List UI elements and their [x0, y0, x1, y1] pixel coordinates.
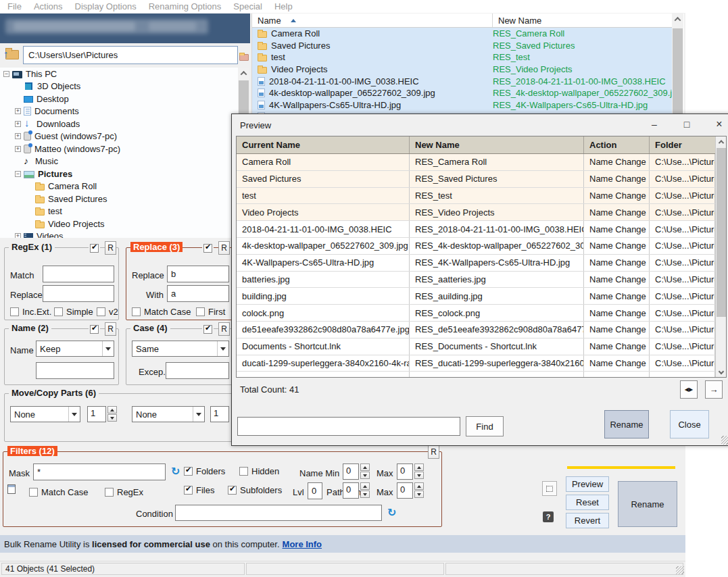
simple-checkbox[interactable]: Simple — [54, 307, 93, 317]
path-input[interactable]: C:\Users\User\Pictures — [23, 46, 238, 64]
with-input[interactable]: a — [167, 285, 229, 302]
export-button[interactable]: → — [705, 380, 723, 399]
menu-renaming-options[interactable]: Renaming Options — [143, 1, 228, 11]
tree-item-desktop[interactable]: Desktop — [0, 93, 238, 105]
name-reset-button[interactable]: R — [105, 322, 116, 336]
refresh-icon[interactable]: ↻ — [171, 465, 180, 478]
tree-item-this-pc[interactable]: −This PC — [0, 68, 238, 80]
chevron-down-icon[interactable] — [193, 407, 204, 422]
preview-row[interactable]: Documents - Shortcut.lnkRES_Documents - … — [237, 338, 726, 355]
preview-row[interactable]: 4k-desktop-wallpaper_065227602_309.jpgRE… — [237, 238, 726, 255]
spin-up-icon[interactable] — [107, 406, 117, 413]
preview-row[interactable]: de51eeafe3932862c908d80a78a6477e.jpgRES_… — [237, 322, 726, 338]
column-header-current-name[interactable]: Current Name — [237, 136, 410, 153]
browse-folder-icon[interactable] — [239, 54, 249, 61]
spin-up-icon[interactable] — [414, 463, 424, 471]
resize-grip[interactable] — [676, 566, 684, 574]
scroll-up-icon[interactable] — [672, 14, 683, 25]
case-reset-button[interactable]: R — [218, 322, 230, 336]
spin-down-icon[interactable] — [414, 491, 424, 498]
checkbox-box[interactable] — [196, 307, 205, 316]
tree-item-saved-pictures[interactable]: Saved Pictures — [0, 193, 238, 205]
menu-actions[interactable]: Actions — [28, 1, 69, 11]
v2-checkbox[interactable]: v2 — [97, 307, 118, 317]
column-header-folder[interactable]: Folder — [650, 136, 715, 153]
spin-down-icon[interactable] — [360, 472, 370, 479]
column-fit-button[interactable]: ◀▶ — [680, 380, 698, 399]
regex-replace-input[interactable] — [43, 285, 114, 302]
move-copy-count-1[interactable]: 1 — [87, 406, 117, 422]
tree-expander-icon[interactable]: − — [3, 71, 9, 77]
mask-presets-icon[interactable] — [7, 484, 16, 494]
preview-row[interactable]: batteries.jpgRES_aatteries.jpgName Chang… — [237, 272, 726, 288]
path-max-spinner[interactable]: 0 — [397, 482, 424, 499]
minimize-icon[interactable]: – — [644, 116, 664, 133]
preview-row[interactable]: 4K-Wallpapers-Cs65-Ultra-HD.jpgRES_4K-Wa… — [237, 255, 726, 272]
replace-reset-button[interactable]: R — [218, 241, 230, 255]
menu-file[interactable]: File — [1, 1, 28, 11]
checkbox-box[interactable] — [184, 467, 193, 476]
preview-row[interactable]: fractals-3840x2160-4k-2016.jpgRES_fracta… — [237, 372, 726, 378]
checkbox-box[interactable] — [228, 486, 237, 495]
file-list-scroll-thumb[interactable] — [673, 28, 683, 114]
file-row[interactable]: Video ProjectsRES_Video Projects — [252, 64, 673, 76]
reset-button[interactable]: Reset — [566, 495, 609, 510]
replace-enabled-checkbox[interactable] — [203, 244, 212, 253]
tree-expander-icon[interactable]: + — [15, 108, 21, 114]
menu-help[interactable]: Help — [268, 1, 299, 11]
tree-expander-icon[interactable]: + — [15, 146, 21, 152]
preview-row[interactable]: building.jpgRES_auilding.jpgName ChangeC… — [237, 288, 726, 305]
preview-row[interactable]: colock.pngRES_colock.pngName ChangeC:\Us… — [237, 305, 726, 322]
tree-item-downloads[interactable]: +Downloads — [0, 118, 238, 130]
file-row[interactable]: Saved PicturesRES_Saved Pictures — [252, 40, 673, 52]
menu-display-options[interactable]: Display Options — [69, 1, 143, 11]
preview-row[interactable]: Video ProjectsRES_Video ProjectsName Cha… — [237, 204, 726, 221]
files-checkbox[interactable]: Files — [184, 485, 214, 495]
file-list-scrollbar[interactable] — [672, 14, 683, 114]
tree-item-3d-objects[interactable]: 3D Objects — [0, 80, 238, 93]
column-header-action[interactable]: Action — [584, 136, 650, 153]
hidden-checkbox[interactable]: Hidden — [239, 466, 279, 476]
preview-row[interactable]: ducati-1299-superleggera-3840x2160-4k-ra… — [237, 355, 726, 372]
tree-item-documents[interactable]: +Documents — [0, 105, 238, 118]
inc-ext-checkbox[interactable]: Inc.Ext. — [10, 307, 51, 317]
scroll-down-icon[interactable] — [716, 366, 727, 377]
checkbox-box[interactable] — [105, 488, 114, 497]
file-row[interactable]: Camera RollRES_Camera Roll — [252, 28, 673, 40]
file-row[interactable]: 2018-04-21-11-01-00-IMG_0038.HEICRES_201… — [252, 75, 673, 87]
maximize-icon[interactable]: □ — [677, 116, 697, 133]
checkbox-box[interactable] — [54, 307, 63, 316]
checkbox-box[interactable] — [132, 307, 141, 316]
move-copy-dropdown-1[interactable]: None — [10, 406, 80, 422]
spin-down-icon[interactable] — [414, 472, 424, 479]
subfolders-checkbox[interactable]: Subfolders — [228, 485, 282, 495]
filters-regex-checkbox[interactable]: RegEx — [105, 487, 143, 497]
up-folder-icon[interactable] — [5, 50, 19, 59]
first-checkbox[interactable]: First — [196, 307, 225, 317]
move-copy-count-2[interactable]: 1 — [210, 406, 229, 422]
checkbox-box[interactable] — [10, 307, 19, 316]
preview-button[interactable]: Preview — [566, 476, 609, 492]
tree-item-test[interactable]: test — [0, 205, 238, 218]
tree-item-guest-windows7-pc[interactable]: +Guest (windows7-pc) — [0, 130, 238, 143]
path-min-spinner[interactable]: 0 — [343, 482, 370, 499]
mask-input[interactable]: * — [33, 463, 166, 480]
revert-button[interactable]: Revert — [566, 513, 609, 528]
find-input[interactable] — [237, 417, 460, 436]
spin-up-icon[interactable] — [360, 463, 370, 471]
name-text-input[interactable] — [36, 362, 114, 379]
dialog-rename-button[interactable]: Rename — [604, 410, 649, 438]
checkbox-box[interactable] — [97, 307, 105, 316]
chevron-down-icon[interactable] — [217, 341, 228, 356]
tree-expander-icon[interactable]: + — [15, 233, 21, 238]
more-info-link[interactable]: More Info — [283, 539, 322, 549]
checkbox-box[interactable] — [29, 488, 38, 497]
spin-down-icon[interactable] — [360, 491, 370, 498]
tree-item-video-projects[interactable]: Video Projects — [0, 218, 238, 230]
dialog-titlebar[interactable]: Preview – □ × — [232, 114, 728, 136]
spin-up-icon[interactable] — [360, 482, 370, 490]
name-enabled-checkbox[interactable] — [90, 325, 99, 334]
tree-item-music[interactable]: Music — [0, 155, 238, 168]
case-dropdown[interactable]: Same — [132, 341, 229, 357]
column-header-name[interactable]: Name — [252, 14, 493, 27]
